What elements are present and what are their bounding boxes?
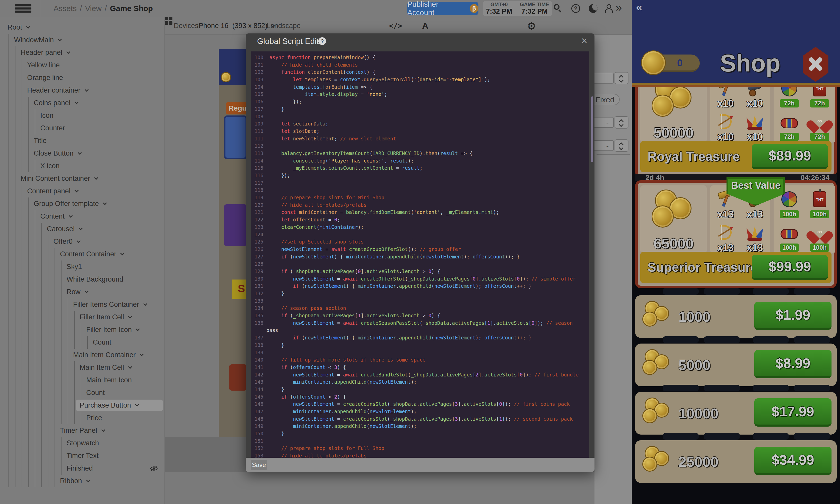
tree-item-timer-text[interactable]: Timer Text — [0, 449, 165, 462]
pack-price-button[interactable]: $17.99 — [754, 398, 832, 427]
ball-icon — [781, 87, 797, 96]
tree-item-filler-item-cell[interactable]: Filler Item Cell — [0, 311, 165, 323]
chevron-down-icon[interactable] — [120, 251, 125, 256]
tree-item-label: Price — [86, 414, 102, 422]
scrollbar[interactable] — [591, 96, 593, 162]
tree-item-icon[interactable]: Icon — [0, 109, 165, 122]
tree-item-group-offer-template[interactable]: Group Offer template — [0, 197, 165, 210]
dark-mode-icon[interactable] — [589, 4, 598, 13]
chevron-down-icon[interactable] — [84, 289, 89, 293]
gear-icon[interactable]: ⚙ — [527, 17, 536, 35]
chevron-down-icon[interactable] — [128, 314, 132, 319]
pack-price-button[interactable]: $34.99 — [754, 447, 832, 475]
chevron-down-icon[interactable] — [79, 226, 83, 230]
tree-item-filler-items-container[interactable]: Filler Items Container — [0, 298, 165, 311]
chevron-down-icon[interactable] — [135, 403, 139, 407]
coin-pack-card[interactable]: 10000$17.99 — [635, 392, 837, 435]
chevron-down-icon[interactable] — [94, 176, 98, 180]
coin-pack-card[interactable]: 25000$34.99 — [635, 440, 837, 483]
offer-card[interactable]: 50000x10x10x10x1072hTNT72h72h∞72hRoyal T… — [635, 87, 837, 177]
chevron-down-icon[interactable] — [128, 365, 132, 369]
code-editor[interactable]: 100async function prepareMainWindow() {1… — [251, 51, 589, 458]
tree-item-orange-line[interactable]: Orange line — [0, 71, 165, 84]
help-icon[interactable]: ? — [571, 4, 580, 13]
coin-pack-card[interactable]: 5000$8.99 — [635, 344, 837, 386]
chevron-down-icon[interactable] — [101, 428, 105, 432]
more-icon[interactable]: » — [616, 1, 622, 14]
tree-item-root[interactable]: Root — [0, 21, 165, 34]
tree-item-x-icon[interactable]: X icon — [0, 160, 165, 172]
tree-item-mini-content-container[interactable]: Mini Content container — [0, 172, 165, 185]
tree-item-ribbon[interactable]: Ribbon — [0, 475, 165, 487]
tree-item-purchase-button[interactable]: Purchase Button — [0, 399, 165, 412]
tree-item-price[interactable]: Price — [0, 412, 165, 424]
menu-icon[interactable] — [15, 4, 31, 13]
chevron-down-icon[interactable] — [140, 352, 144, 356]
tree-item-filler-item-icon[interactable]: Filler Item Icon — [0, 323, 165, 336]
chevron-down-icon[interactable] — [103, 201, 107, 205]
chevron-down-icon[interactable] — [86, 478, 90, 482]
number-stepper[interactable] — [615, 139, 628, 152]
tree-item-label: Main Item Container — [73, 351, 136, 359]
tree-item-count[interactable]: Count — [0, 386, 165, 399]
visibility-off-icon[interactable] — [150, 465, 158, 474]
chevron-down-icon[interactable] — [58, 37, 62, 41]
coin-pack-card[interactable]: 1000$1.99 — [635, 295, 837, 338]
tree-item-counter[interactable]: Counter — [0, 122, 165, 134]
tree-item-header-container[interactable]: Header container — [0, 84, 165, 97]
line-number: 153 — [251, 453, 269, 458]
chevron-down-icon[interactable] — [74, 188, 78, 193]
tree-item-main-item-container[interactable]: Main Item Container — [0, 349, 165, 361]
breadcrumb-assets[interactable]: Assets — [54, 4, 77, 13]
search-icon[interactable] — [554, 4, 563, 13]
tree-item-yellow-line[interactable]: Yellow line — [0, 59, 165, 71]
text-tool-icon[interactable]: A — [422, 17, 428, 35]
chevron-down-icon[interactable] — [84, 88, 89, 92]
tree-item-count[interactable]: Count — [0, 336, 165, 349]
tree-item-main-item-cell[interactable]: Main Item Cell — [0, 361, 165, 374]
tree-item-finished[interactable]: Finished — [0, 462, 165, 475]
collapse-panel-icon[interactable]: « — [636, 0, 643, 14]
chevron-down-icon[interactable] — [26, 25, 30, 29]
tree-item-content[interactable]: Content — [0, 210, 165, 223]
tree-item-content-container[interactable]: Content Container — [0, 248, 165, 260]
device-select[interactable]: iPhone 16 (393 x 852) — [197, 17, 274, 35]
tree-item-main-item-icon[interactable]: Main Item Icon — [0, 374, 165, 386]
tree-item-windowmain[interactable]: WindowMain — [0, 34, 165, 46]
breadcrumb-view[interactable]: View — [85, 4, 101, 13]
pack-price-button[interactable]: $8.99 — [754, 350, 832, 378]
tree-item-coins-panel[interactable]: Coins panel — [0, 97, 165, 109]
line-number: 110 — [251, 128, 269, 136]
help-icon[interactable]: ? — [318, 37, 326, 45]
tree-item-header-panel[interactable]: Header panel — [0, 46, 165, 59]
tree-item-close-button[interactable]: Close Button — [0, 147, 165, 160]
chevron-down-icon[interactable] — [77, 239, 81, 243]
tree-item-white-background[interactable]: White Background — [0, 273, 165, 286]
chevron-down-icon[interactable] — [66, 50, 71, 54]
code-icon[interactable]: </> — [389, 17, 402, 35]
offer-price-button[interactable]: $89.99 — [752, 144, 828, 169]
tree-item-title[interactable]: Title — [0, 134, 165, 147]
tree-item-carousel[interactable]: Carousel — [0, 223, 165, 235]
shop-content: 50000x10x10x10x1072hTNT72h72h∞72hRoyal T… — [632, 87, 840, 504]
number-stepper[interactable] — [615, 116, 628, 129]
tree-item-sky1[interactable]: Sky1 — [0, 260, 165, 273]
tree-item-stopwatch[interactable]: Stopwatch — [0, 437, 165, 449]
chevron-down-icon[interactable] — [69, 214, 73, 218]
offer-price-button[interactable]: $99.99 — [752, 255, 828, 280]
save-button[interactable]: Save — [251, 460, 267, 470]
tree-item-content-panel[interactable]: Content panel — [0, 185, 165, 197]
pack-price-button[interactable]: $1.99 — [754, 302, 832, 330]
chevron-down-icon[interactable] — [74, 100, 78, 104]
publisher-account-button[interactable]: Publisher Account β — [407, 2, 478, 15]
close-icon[interactable]: × — [581, 35, 587, 47]
user-icon[interactable] — [604, 4, 613, 13]
chevron-down-icon[interactable] — [136, 327, 140, 331]
chevron-down-icon[interactable] — [143, 302, 147, 306]
tree-item-row[interactable]: Row — [0, 286, 165, 298]
tree-item-offer0[interactable]: Offer0 — [0, 235, 165, 248]
tree-item-timer-panel[interactable]: Timer Panel — [0, 424, 165, 437]
number-stepper[interactable] — [615, 72, 628, 84]
chevron-down-icon[interactable] — [77, 151, 82, 155]
tree-item-label: Main Item Icon — [86, 376, 132, 384]
